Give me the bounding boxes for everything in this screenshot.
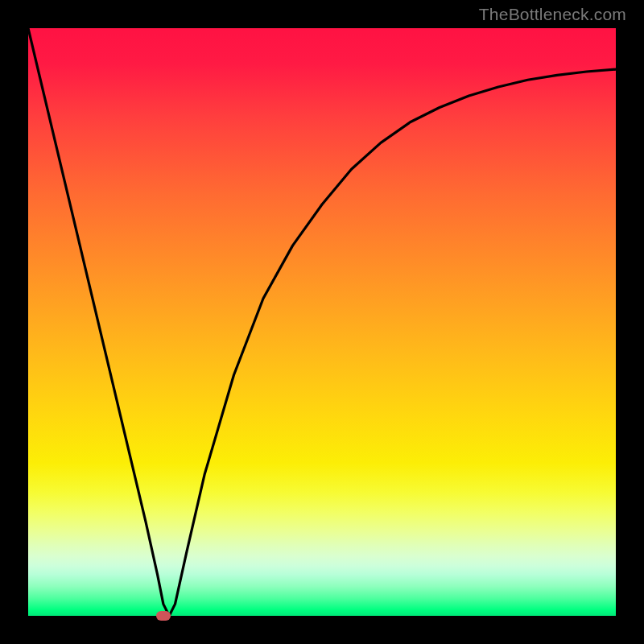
plot-area: [28, 28, 616, 616]
watermark-text: TheBottleneck.com: [479, 5, 626, 24]
chart-frame: TheBottleneck.com: [0, 0, 644, 644]
bottleneck-curve: [28, 28, 616, 616]
curve-minimum-marker: [156, 611, 171, 621]
